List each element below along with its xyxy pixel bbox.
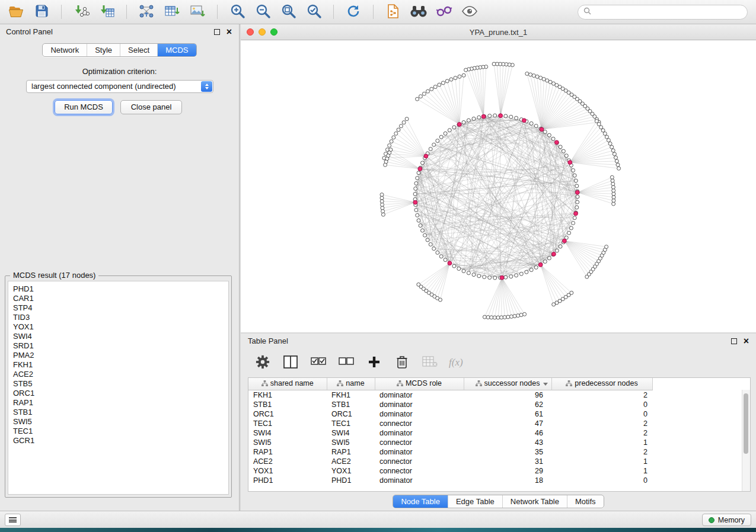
network-window-titlebar[interactable]: YPA_prune.txt_1 xyxy=(241,24,756,40)
delete-columns-button[interactable] xyxy=(393,354,411,371)
table-row[interactable]: ORC1ORC1dominator610 xyxy=(248,409,652,419)
zoom-out-button[interactable] xyxy=(253,2,273,21)
control-panel-title: Control Panel xyxy=(6,27,53,36)
table-scrollbar[interactable] xyxy=(742,390,750,491)
mcds-result-item[interactable]: RAP1 xyxy=(13,398,224,408)
mcds-result-item[interactable]: ORC1 xyxy=(13,389,224,398)
create-column-button[interactable] xyxy=(365,354,383,371)
tab-motifs[interactable]: Motifs xyxy=(567,495,604,508)
memory-status-icon xyxy=(709,517,714,523)
zoom-in-button[interactable] xyxy=(227,2,247,21)
zoom-selected-button[interactable] xyxy=(304,2,324,21)
close-panel-icon[interactable]: × xyxy=(744,336,749,346)
mcds-result-item[interactable]: GCR1 xyxy=(13,436,224,446)
table-row[interactable]: TEC1TEC1connector472 xyxy=(248,419,652,428)
mcds-result-item[interactable]: YOX1 xyxy=(13,322,224,332)
tab-network[interactable]: Network xyxy=(43,44,87,56)
mcds-result-item[interactable]: FKH1 xyxy=(13,360,224,370)
mcds-result-item[interactable]: ACE2 xyxy=(13,370,224,379)
toolbar-search-input[interactable] xyxy=(595,7,742,17)
tab-edge-table[interactable]: Edge Table xyxy=(448,495,502,508)
image-icon xyxy=(190,5,205,20)
mcds-result-item[interactable]: SWI4 xyxy=(13,332,224,341)
memory-button[interactable]: Memory xyxy=(702,514,751,526)
close-window-icon[interactable] xyxy=(247,28,254,36)
table-row[interactable]: SWI5SWI5connector431 xyxy=(248,438,652,447)
maximize-window-icon[interactable] xyxy=(270,28,277,36)
tab-mcds[interactable]: MCDS xyxy=(157,44,196,56)
document-share-icon xyxy=(387,4,400,21)
table-row[interactable]: SWI4SWI4dominator462 xyxy=(248,428,652,438)
search-icon xyxy=(583,7,591,17)
table-row[interactable]: ACE2ACE2connector311 xyxy=(248,457,652,466)
empty-boxes-icon xyxy=(339,355,354,371)
zoom-fit-button[interactable] xyxy=(278,2,298,21)
tab-select[interactable]: Select xyxy=(120,44,157,56)
show-columns-button[interactable] xyxy=(282,354,299,371)
column-header-name[interactable]: name xyxy=(327,378,375,390)
export-image-button[interactable] xyxy=(187,2,208,21)
float-panel-icon[interactable] xyxy=(731,338,737,344)
column-header-predecessor-nodes[interactable]: predecessor nodes xyxy=(551,378,652,390)
criterion-dropdown[interactable]: largest connected component (undirected) xyxy=(26,80,213,93)
table-row[interactable]: YOX1YOX1connector291 xyxy=(248,466,652,476)
delete-table-button[interactable] xyxy=(421,354,439,371)
zoom-selected-icon xyxy=(306,3,322,21)
table-header-row: shared namenameMCDS rolesuccessor nodesp… xyxy=(248,378,652,390)
column-header-successor-nodes[interactable]: successor nodes xyxy=(464,378,551,390)
run-mcds-button[interactable]: Run MCDS xyxy=(55,100,113,114)
mcds-result-item[interactable]: TID3 xyxy=(13,313,224,322)
float-panel-icon[interactable] xyxy=(214,29,220,35)
mcds-result-item[interactable]: SRD1 xyxy=(13,341,224,351)
table-row[interactable]: PHD1PHD1dominator180 xyxy=(248,476,652,485)
import-network-file-button[interactable] xyxy=(71,2,91,21)
show-panels-button[interactable] xyxy=(5,514,21,526)
minimize-window-icon[interactable] xyxy=(259,28,266,36)
table-scrollbar-thumb[interactable] xyxy=(744,393,748,454)
toolbar-separator xyxy=(373,5,374,19)
table-row[interactable]: RAP1RAP1dominator352 xyxy=(248,447,652,457)
network-window-title: YPA_prune.txt_1 xyxy=(470,28,527,37)
mcds-result-item[interactable]: SWI5 xyxy=(13,417,224,427)
mcds-result-item[interactable]: PHD1 xyxy=(13,284,224,294)
table-row[interactable]: FKH1FKH1dominator962 xyxy=(248,390,652,400)
select-all-columns-button[interactable] xyxy=(310,354,327,371)
close-panel-button[interactable]: Close panel xyxy=(120,100,182,114)
mcds-result-item[interactable]: STP4 xyxy=(13,303,224,313)
column-header-MCDS-role[interactable]: MCDS role xyxy=(375,378,464,390)
close-panel-icon[interactable]: × xyxy=(227,27,232,37)
column-header-shared-name[interactable]: shared name xyxy=(248,378,327,390)
mcds-result-item[interactable]: STB5 xyxy=(13,379,224,389)
toggle-graphics-details-button[interactable] xyxy=(434,2,454,21)
zoom-out-icon xyxy=(255,3,271,21)
tab-network-table[interactable]: Network Table xyxy=(502,495,567,508)
save-session-button[interactable] xyxy=(31,2,52,21)
window-controls xyxy=(247,28,277,36)
tab-style[interactable]: Style xyxy=(87,44,120,56)
dropdown-chevrons-icon xyxy=(201,81,212,92)
export-network-button[interactable] xyxy=(136,2,157,21)
table-row[interactable]: STB1STB1dominator620 xyxy=(248,400,652,409)
show-hide-panel-button[interactable] xyxy=(460,2,480,21)
share-document-button[interactable] xyxy=(383,2,403,21)
mcds-result-item[interactable]: CAR1 xyxy=(13,294,224,303)
export-table-button[interactable] xyxy=(162,2,182,21)
export-table-icon xyxy=(164,4,180,20)
attribute-icon xyxy=(397,380,403,388)
control-panel-tab-row: NetworkStyleSelectMCDS xyxy=(0,43,239,57)
network-canvas[interactable] xyxy=(241,40,756,333)
table-mode-button[interactable] xyxy=(254,354,272,371)
unselect-all-columns-button[interactable] xyxy=(337,354,355,371)
zoom-in-icon xyxy=(229,3,245,21)
open-file-button[interactable] xyxy=(6,2,26,21)
refresh-view-button[interactable] xyxy=(343,2,363,21)
tab-node-table[interactable]: Node Table xyxy=(393,495,448,508)
mcds-result-item[interactable]: STB1 xyxy=(13,408,224,417)
find-network-button[interactable] xyxy=(409,2,429,21)
import-table-file-button[interactable] xyxy=(97,2,117,21)
cytoscape-window: Control Panel × NetworkStyleSelectMCDS O… xyxy=(0,0,756,528)
table-panel-tab-row: Node TableEdge TableNetwork TableMotifs xyxy=(241,495,756,508)
mcds-result-item[interactable]: PMA2 xyxy=(13,351,224,360)
mcds-result-item[interactable]: TEC1 xyxy=(13,427,224,436)
function-builder-button[interactable]: f(x) xyxy=(449,354,463,371)
